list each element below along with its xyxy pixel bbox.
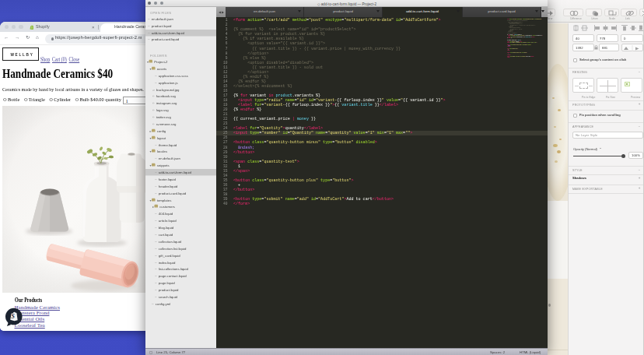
- svg-text:S: S: [12, 314, 16, 321]
